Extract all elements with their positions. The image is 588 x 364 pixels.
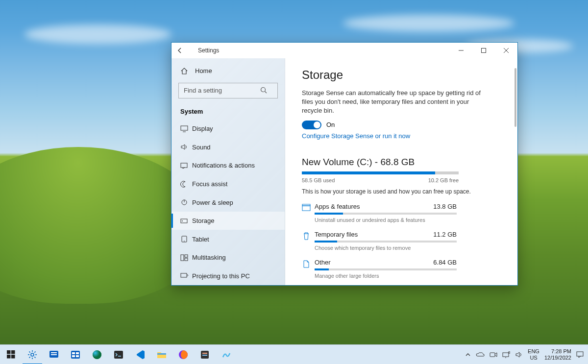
titlebar: Settings	[172, 43, 517, 58]
svg-rect-22	[11, 355, 15, 359]
usage-hint: This is how your storage is used and how…	[302, 188, 501, 195]
sidebar-item-label: Focus assist	[192, 180, 227, 188]
storage-sense-description: Storage Sense can automatically free up …	[302, 89, 488, 116]
tray-chevron-up-icon[interactable]	[465, 352, 471, 358]
svg-rect-49	[490, 353, 495, 357]
taskbar-app-4[interactable]	[216, 345, 237, 364]
sidebar-item-label: Power & sleep	[192, 199, 233, 206]
svg-rect-37	[76, 352, 79, 354]
free-label: 10.2 GB free	[428, 177, 459, 183]
notification-icon	[180, 162, 192, 169]
svg-point-10	[182, 220, 183, 221]
category-name: Other	[315, 259, 331, 266]
svg-rect-52	[509, 352, 510, 353]
svg-rect-19	[7, 350, 11, 354]
sidebar-item-power-sleep[interactable]: Power & sleep	[172, 193, 285, 212]
svg-rect-53	[577, 352, 583, 356]
sidebar-home[interactable]: Home	[172, 61, 285, 81]
back-button[interactable]	[176, 47, 190, 54]
category-name: Apps & features	[315, 203, 360, 210]
sidebar-item-multitasking[interactable]: Multitasking	[172, 248, 285, 267]
apps-icon	[302, 203, 315, 223]
taskbar-firefox[interactable]	[172, 345, 194, 364]
taskbar-app-3[interactable]	[194, 345, 216, 364]
category-other[interactable]: Other6.84 GB Manage other large folders	[302, 259, 501, 279]
svg-rect-44	[157, 353, 166, 355]
category-bar	[315, 268, 457, 270]
sidebar-item-label: Sound	[192, 144, 211, 151]
sound-icon	[180, 144, 192, 150]
taskbar-explorer[interactable]	[151, 345, 172, 364]
tray-clock[interactable]: 7:28 PM12/19/2022	[544, 348, 571, 361]
sidebar: Home System Display Sound Notifications …	[172, 58, 285, 285]
taskbar-edge[interactable]	[86, 345, 108, 364]
svg-rect-38	[72, 355, 75, 357]
tray-network-icon[interactable]	[502, 351, 510, 358]
category-apps-features[interactable]: Apps & features13.8 GB Uninstall unused …	[302, 203, 501, 223]
page-heading: Storage	[302, 68, 501, 82]
svg-point-12	[184, 241, 185, 242]
tray-action-center-icon[interactable]	[576, 351, 584, 358]
svg-rect-20	[11, 350, 15, 354]
svg-rect-18	[302, 204, 310, 206]
taskbar-settings[interactable]	[22, 345, 43, 364]
close-button[interactable]	[495, 43, 517, 58]
svg-rect-6	[181, 163, 187, 168]
svg-rect-1	[482, 49, 486, 53]
svg-rect-33	[51, 352, 57, 353]
svg-rect-36	[72, 352, 75, 354]
configure-storage-sense-link[interactable]: Configure Storage Sense or run it now	[302, 132, 410, 140]
sidebar-item-label: Storage	[192, 217, 215, 224]
svg-rect-42	[114, 351, 123, 359]
sidebar-item-label: Tablet	[192, 236, 209, 243]
taskbar-app-1[interactable]	[43, 345, 65, 364]
moon-icon	[180, 181, 192, 188]
window-title: Settings	[198, 47, 219, 54]
tray-meet-now-icon[interactable]	[490, 352, 497, 358]
taskbar-app-2[interactable]	[65, 345, 86, 364]
svg-rect-34	[51, 354, 57, 355]
svg-line-3	[265, 91, 267, 93]
tray-volume-icon[interactable]	[515, 351, 523, 358]
category-sub: Uninstall unused or undesired apps & fea…	[315, 217, 501, 223]
sidebar-home-label: Home	[195, 67, 212, 74]
project-icon	[180, 272, 192, 279]
tray-onedrive-icon[interactable]	[476, 352, 485, 358]
svg-rect-47	[202, 353, 207, 354]
sidebar-item-label: Display	[192, 125, 213, 132]
svg-rect-35	[71, 351, 80, 359]
scrollbar-thumb[interactable]	[514, 68, 516, 127]
storage-icon	[180, 218, 192, 224]
sidebar-item-storage[interactable]: Storage	[172, 212, 285, 230]
settings-window: Settings Home System	[171, 42, 518, 286]
sidebar-item-focus-assist[interactable]: Focus assist	[172, 175, 285, 194]
svg-line-30	[29, 357, 30, 358]
svg-rect-39	[76, 355, 79, 357]
multitask-icon	[180, 254, 192, 261]
start-button[interactable]	[0, 345, 22, 364]
svg-line-31	[34, 351, 35, 352]
tablet-icon	[180, 236, 192, 243]
sidebar-item-notifications[interactable]: Notifications & actions	[172, 156, 285, 175]
power-icon	[180, 199, 192, 206]
svg-rect-48	[202, 355, 207, 356]
minimize-button[interactable]	[450, 43, 472, 58]
sidebar-item-projecting[interactable]: Projecting to this PC	[172, 267, 285, 285]
tray-language[interactable]: ENGUS	[528, 348, 539, 361]
taskbar: ENGUS 7:28 PM12/19/2022	[0, 344, 588, 364]
taskbar-terminal[interactable]	[108, 345, 129, 364]
file-icon	[302, 259, 315, 279]
sidebar-item-display[interactable]: Display	[172, 120, 285, 138]
sidebar-item-tablet[interactable]: Tablet	[172, 230, 285, 248]
taskbar-vscode[interactable]	[129, 345, 151, 364]
category-size: 11.2 GB	[433, 231, 457, 238]
svg-rect-21	[7, 355, 11, 359]
storage-sense-toggle[interactable]	[302, 121, 321, 129]
maximize-button[interactable]	[472, 43, 495, 58]
category-temporary-files[interactable]: Temporary files11.2 GB Choose which temp…	[302, 231, 501, 251]
trash-icon	[302, 231, 315, 251]
svg-point-23	[31, 353, 34, 356]
category-bar	[315, 241, 457, 243]
system-tray: ENGUS 7:28 PM12/19/2022	[461, 348, 588, 361]
sidebar-item-sound[interactable]: Sound	[172, 138, 285, 157]
